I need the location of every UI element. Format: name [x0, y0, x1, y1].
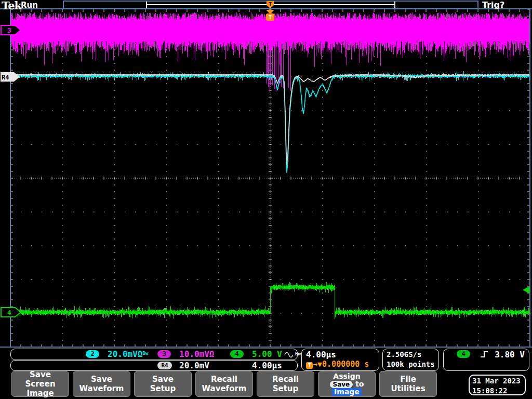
datetime-box: 31 Mar 2023 15:08:22 — [469, 375, 526, 395]
save-screen-image-button[interactable]: Save Screen Image — [11, 371, 69, 397]
button-label: Waveform — [73, 384, 130, 393]
date-label: 31 Mar 2023 — [472, 376, 525, 386]
save-setup-button[interactable]: Save Setup — [134, 371, 192, 397]
trigger-status: Trig? — [482, 0, 504, 10]
trigger-level: 3.80 V — [495, 350, 525, 360]
button-label: Utilities — [380, 384, 436, 393]
button-label: Setup — [257, 384, 314, 393]
button-label: Recall — [196, 375, 252, 384]
svg-text:4: 4 — [7, 309, 11, 316]
trigger-bar-marker[interactable]: T — [267, 1, 274, 8]
trigger-source-badge[interactable]: 4 — [457, 350, 470, 358]
channel-readout-box[interactable]: 2 20.0mVΩBw 3 10.0mVΩ 4 5.00 V Bw — [10, 349, 298, 360]
button-label: Save — [73, 375, 130, 384]
file-utilities-button[interactable]: File Utilities — [379, 371, 437, 397]
ch3-badge[interactable]: 3 — [157, 350, 171, 358]
assign-save-to-image-button[interactable]: Assign Save to Image — [318, 371, 376, 397]
button-label: Screen Image — [12, 379, 69, 398]
acquisition-status: Run — [21, 1, 38, 10]
button-label: Setup — [135, 384, 191, 393]
button-label: Assign — [318, 373, 375, 380]
sample-rate: 2.50GS/s — [387, 350, 421, 360]
waveform-type-icon — [284, 351, 294, 358]
ref4-badge[interactable]: R4 — [157, 362, 172, 369]
button-label: Waveform — [196, 384, 252, 393]
recall-waveform-button[interactable]: Recall Waveform — [195, 371, 253, 397]
trigger-delay-readout: T→▼0.000000 s — [306, 360, 369, 369]
recall-setup-button[interactable]: Recall Setup — [257, 371, 314, 397]
svg-text:T: T — [269, 2, 272, 7]
ref4-scale: 20.0mV — [179, 361, 209, 370]
button-label: Save to — [318, 380, 375, 388]
acquisition-preview-bar: T — [63, 1, 478, 8]
ch3-scale: 10.0mVΩ — [179, 349, 214, 359]
trigger-readout-box[interactable]: 4 3.80 V — [443, 349, 529, 371]
ref-readout-box[interactable]: R4 20.0mV 4.00µs — [10, 360, 298, 371]
trigger-t-icon: T — [306, 362, 313, 369]
svg-text:R4: R4 — [2, 74, 9, 81]
ref4-timebase: 4.00µs — [252, 361, 282, 370]
tek-logo: Tek — [2, 0, 21, 12]
button-label: Recall — [257, 375, 314, 384]
svg-text:3: 3 — [7, 26, 11, 34]
trigger-position-marker[interactable]: T — [266, 10, 274, 21]
waveform-display: T T 3 R4 4 — [0, 0, 532, 399]
oscilloscope-screen: T T 3 R4 4 Tek Run Trig? — [0, 0, 532, 399]
button-label: Save — [12, 370, 69, 379]
trigger-level-arrow[interactable] — [523, 286, 529, 294]
svg-text:T: T — [269, 14, 272, 21]
image-highlight: Image — [332, 388, 362, 396]
ch2-badge[interactable]: 2 — [86, 350, 99, 358]
button-label: Image — [318, 388, 375, 396]
button-label: Save — [135, 375, 191, 384]
acquisition-readout-box[interactable]: 2.50GS/s 100k points — [382, 349, 439, 371]
ref4-marker[interactable]: R4 — [1, 72, 20, 82]
ch4-bw-icon: Bw — [295, 351, 301, 356]
button-label: File — [380, 375, 436, 384]
ch4-badge[interactable]: 4 — [230, 350, 244, 358]
ch2-scale: 20.0mVΩBw — [108, 349, 148, 359]
horizontal-scale: 4.00µs — [306, 350, 336, 360]
save-key-pill: Save — [330, 381, 353, 388]
save-waveform-button[interactable]: Save Waveform — [73, 371, 130, 397]
record-length: 100k points — [387, 360, 435, 369]
rising-edge-icon — [479, 350, 489, 358]
horizontal-readout-box[interactable]: 4.00µs T→▼0.000000 s — [301, 349, 379, 371]
time-label: 15:08:22 — [472, 386, 525, 396]
ch4-scale: 5.00 V — [252, 349, 282, 359]
